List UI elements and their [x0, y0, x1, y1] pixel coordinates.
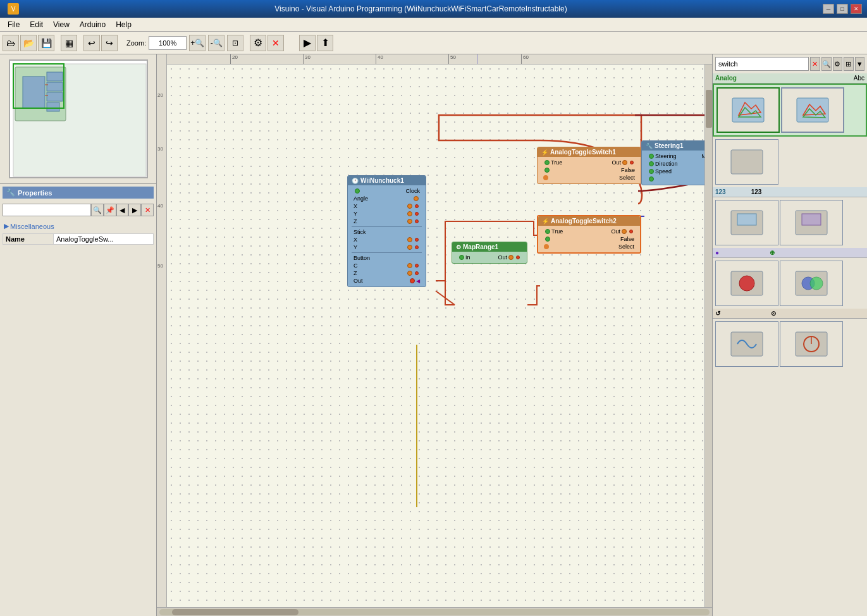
- menu-edit[interactable]: Edit: [25, 19, 48, 30]
- t1-out-port[interactable]: [622, 160, 627, 165]
- search-extra-button[interactable]: ⊞: [844, 57, 854, 71]
- undo-button[interactable]: ↩: [83, 35, 100, 51]
- redo-button[interactable]: ↪: [101, 35, 118, 51]
- menu-file[interactable]: File: [3, 19, 25, 30]
- node-maprange[interactable]: ⚙ MapRange1 In Out: [452, 242, 527, 264]
- angle-port[interactable]: [414, 196, 419, 201]
- map-out-port[interactable]: [508, 255, 513, 260]
- svg-point-23: [810, 277, 823, 290]
- t1-true-port[interactable]: [544, 160, 550, 165]
- search-go-button[interactable]: 🔍: [821, 57, 832, 71]
- upload-button[interactable]: ⬆: [317, 35, 333, 51]
- delete-button[interactable]: ✕: [267, 35, 284, 51]
- wiinunchuck-stick-row: Stick: [352, 228, 422, 236]
- hscrollbar-thumb[interactable]: [172, 609, 298, 615]
- button-c-port2[interactable]: [415, 264, 419, 268]
- wiinunchuck-bz-row: Z: [352, 269, 422, 277]
- node-toggle2[interactable]: ⚡ AnalogToggleSwitch2 True Out: [537, 215, 641, 254]
- comp-blend1[interactable]: [780, 261, 843, 306]
- angle-y-port[interactable]: [407, 211, 412, 216]
- properties-search-button[interactable]: 🔍: [91, 204, 104, 216]
- t2-select-port[interactable]: [544, 244, 549, 249]
- loop1-icon: [728, 329, 766, 359]
- color-section-label: ●: [715, 249, 719, 256]
- node-toggle1[interactable]: ⚡ AnalogToggleSwitch1 True Out: [537, 147, 641, 184]
- stick-x-port2[interactable]: [415, 238, 419, 242]
- angle-z-port[interactable]: [407, 219, 412, 224]
- t2-false-port[interactable]: [545, 237, 550, 242]
- toolbar: 🗁 📂 💾 ▦ ↩ ↪ Zoom: +🔍 -🔍 ⊡ ⚙ ✕ ▶ ⬆: [0, 32, 867, 54]
- stick-y-port[interactable]: [407, 245, 412, 250]
- wiinunchuck-x-row: X: [352, 202, 422, 210]
- comp-abc1[interactable]: [715, 139, 778, 185]
- t1-select-port[interactable]: [543, 175, 548, 180]
- add-component-button[interactable]: ⚙: [250, 35, 266, 51]
- t2-true-port[interactable]: [545, 229, 550, 234]
- menu-view[interactable]: View: [48, 19, 75, 30]
- zoom-in-button[interactable]: +🔍: [189, 35, 206, 51]
- circ1-icon: [792, 329, 830, 359]
- props-tree-miscellaneous[interactable]: ▶ Miscellaneous: [3, 221, 154, 231]
- search-filter-button[interactable]: ▼: [855, 57, 865, 71]
- button-z-port[interactable]: [407, 271, 412, 276]
- search-clear-button[interactable]: ✕: [810, 57, 820, 71]
- comp-loop1[interactable]: [715, 321, 778, 367]
- comp-num1[interactable]: [715, 200, 778, 245]
- t2-out-port[interactable]: [622, 229, 627, 234]
- out-port[interactable]: [410, 278, 415, 283]
- comp-analog2[interactable]: [781, 87, 844, 133]
- comp-circ1[interactable]: [780, 321, 843, 367]
- node-toggle2-header: ⚡ AnalogToggleSwitch2: [538, 216, 640, 226]
- angle-z-port2[interactable]: [415, 219, 419, 223]
- component-search-input[interactable]: [715, 57, 809, 71]
- speed-port[interactable]: [649, 169, 654, 174]
- canvas-vscrollbar[interactable]: [704, 65, 712, 607]
- angle-x-port2[interactable]: [415, 204, 419, 208]
- map-in-port[interactable]: [459, 255, 464, 260]
- menu-help[interactable]: Help: [111, 19, 137, 30]
- stick-y-port2[interactable]: [415, 245, 419, 249]
- angle-x-port[interactable]: [407, 204, 412, 209]
- t1-out-port2[interactable]: [630, 161, 634, 164]
- steering-clock-port[interactable]: [649, 176, 654, 182]
- button-c-port[interactable]: [407, 263, 412, 268]
- search-options-button[interactable]: ⚙: [833, 57, 843, 71]
- maximize-button[interactable]: □: [837, 4, 848, 14]
- properties-nav-back[interactable]: ◀: [116, 204, 129, 216]
- clock-port-dot[interactable]: [355, 188, 360, 194]
- zoom-fit-button[interactable]: ⊡: [227, 35, 243, 51]
- properties-nav-fwd[interactable]: ▶: [128, 204, 141, 216]
- properties-close-button[interactable]: ✕: [141, 204, 154, 216]
- compile-button[interactable]: ▶: [299, 35, 316, 51]
- t2-out-port2[interactable]: [629, 230, 633, 233]
- direction-port[interactable]: [649, 161, 654, 166]
- menu-arduino[interactable]: Arduino: [75, 19, 111, 30]
- node-steering-header: 🔧 Steering1: [642, 141, 712, 151]
- comp-col1[interactable]: [715, 261, 778, 306]
- angle-y-port2[interactable]: [415, 212, 419, 216]
- close-button[interactable]: ✕: [851, 4, 862, 14]
- properties-pin-button[interactable]: 📌: [104, 204, 116, 216]
- comp-num2[interactable]: [780, 200, 843, 245]
- properties-search-input[interactable]: [3, 204, 91, 216]
- steering-steering-port[interactable]: [649, 154, 654, 159]
- canvas-scroll[interactable]: 🕐 WiiNunchuck1 Clock Angle: [167, 65, 712, 607]
- save-button[interactable]: 💾: [38, 35, 54, 51]
- hscrollbar[interactable]: [157, 607, 712, 616]
- new-button[interactable]: 🗁: [3, 35, 19, 51]
- steering-row: Steering Motors: [646, 152, 712, 160]
- stick-x-port[interactable]: [407, 237, 412, 242]
- t1-false-port[interactable]: [544, 168, 550, 173]
- minimize-button[interactable]: ─: [823, 4, 834, 14]
- canvas-vscroll-thumb[interactable]: [706, 90, 712, 128]
- zoom-out-button[interactable]: -🔍: [208, 35, 224, 51]
- open-button[interactable]: 📂: [20, 35, 37, 51]
- node-steering[interactable]: 🔧 Steering1 Steering Motors: [641, 140, 712, 185]
- analog1-icon: [729, 95, 767, 125]
- button-z-port2[interactable]: [415, 271, 419, 275]
- node-wiinunchuck[interactable]: 🕐 WiiNunchuck1 Clock Angle: [347, 175, 426, 287]
- zoom-input[interactable]: [149, 36, 187, 50]
- toggle-grid-button[interactable]: ▦: [61, 35, 77, 51]
- map-out-port2[interactable]: [516, 256, 520, 259]
- comp-analog1[interactable]: [716, 87, 780, 133]
